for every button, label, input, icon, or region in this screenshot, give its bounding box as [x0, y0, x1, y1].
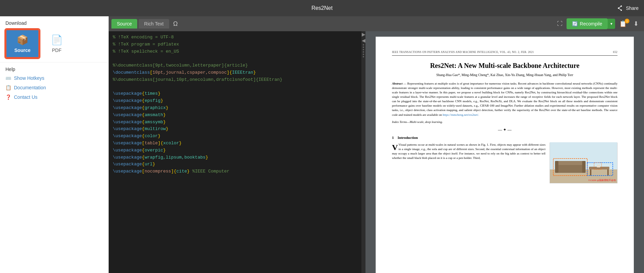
pdf-section1-title: 1 Introduction	[392, 135, 618, 140]
question-icon: ❓	[5, 94, 11, 100]
pdf-file-icon: 📄	[51, 34, 63, 46]
svg-line-3	[619, 6, 621, 8]
code-line: \usepackage{color}	[113, 133, 357, 140]
code-line: \documentclass[10pt,journal,cspaper,comp…	[113, 69, 357, 76]
editor-scrollbar[interactable]: ▶ ◀	[361, 31, 365, 273]
code-line: \usepackage[table]{xcolor}	[113, 140, 357, 147]
pdf-dropcap: V	[392, 143, 398, 151]
documentation-link[interactable]: 📋 Documentation	[5, 85, 103, 90]
pdf-page: IEEE TRANSACTIONS ON PATTERN ANALYSIS AN…	[376, 37, 634, 273]
room-scene-svg	[550, 142, 617, 183]
contact-us-link[interactable]: ❓ Contact Us	[5, 94, 103, 100]
code-line: \usepackage{wrapfig,lipsum,booktabs}	[113, 154, 357, 161]
download-label: Download	[5, 20, 103, 26]
code-line: % !TeX spellcheck = en_US	[113, 48, 357, 55]
scroll-dot	[363, 44, 364, 46]
svg-rect-14	[597, 165, 600, 167]
main-area: Download 📦 Source 📄 PDF Help ⌨️ Show Hot…	[0, 16, 644, 273]
recompile-label: Recompile	[580, 21, 602, 26]
pdf-abstract-link[interactable]: https://mmcheng.net/res2net/.	[443, 113, 479, 116]
share-button[interactable]: Share	[616, 5, 639, 12]
code-line: %\documentclass[journal,10pt,onecolumn,d…	[113, 76, 357, 84]
notification-badge[interactable]: 📋 1	[616, 20, 629, 28]
code-line: \usepackage{epsfig}	[113, 97, 357, 105]
top-bar-title: Res2Net	[311, 5, 333, 11]
share-label: Share	[626, 5, 639, 11]
doc-icon: 📋	[5, 85, 11, 90]
pdf-journal-header: IEEE TRANSACTIONS ON PATTERN ANALYSIS AN…	[392, 50, 618, 56]
sidebar: Download 📦 Source 📄 PDF Help ⌨️ Show Hot…	[0, 16, 109, 273]
scroll-dots	[363, 44, 364, 57]
svg-rect-12	[590, 169, 591, 176]
help-label: Help	[5, 67, 103, 72]
source-download-button[interactable]: 📦 Source	[5, 29, 39, 58]
svg-line-4	[619, 8, 621, 10]
keyboard-icon: ⌨️	[5, 75, 11, 81]
svg-rect-8	[555, 161, 586, 165]
code-line: % !TeX program = pdflatex	[113, 41, 357, 48]
scroll-dot	[363, 49, 364, 50]
code-line: \usepackage{overpic}	[113, 147, 357, 154]
code-editor[interactable]: % !TeX encoding = UTF-8 % !TeX program =…	[109, 31, 365, 273]
pdf-intro-body: Visual patterns occur at multi-scales in…	[392, 143, 545, 160]
documentation-label: Documentation	[14, 85, 46, 90]
pdf-panel: IEEE TRANSACTIONS ON PATTERN ANALYSIS AN…	[365, 31, 644, 273]
pdf-section1-num: 1	[392, 135, 394, 140]
scroll-forward-icon[interactable]: ▶	[362, 32, 365, 37]
omega-button[interactable]: Ω	[171, 19, 180, 29]
help-section: Help ⌨️ Show Hotkeys 📋 Documentation ❓ C…	[0, 62, 108, 104]
badge-count: 1	[625, 19, 629, 23]
pdf-abstract-label: Abstract	[392, 82, 402, 85]
pdf-download-button[interactable]: 📄 PDF	[45, 34, 69, 53]
show-hotkeys-label: Show Hotkeys	[14, 75, 44, 81]
recompile-button[interactable]: 🔄 Recompile	[567, 18, 608, 29]
code-line: \usepackage{url}	[113, 161, 357, 168]
scroll-dot	[363, 54, 364, 55]
code-line	[113, 55, 357, 62]
editor-pdf-area: Source Rich Text Ω ⛶ 🔄 Recompile ▾ 📋 1 ⬇	[109, 16, 644, 273]
code-line: % !TeX encoding = UTF-8	[113, 34, 357, 41]
code-line: \usepackage{times}	[113, 90, 357, 97]
code-line: \usepackage[nocompress]{cite} %IEEE Comp…	[113, 168, 357, 175]
pdf-divider: — ✦ —	[392, 127, 618, 133]
tab-source[interactable]: Source	[111, 19, 137, 29]
pdf-section1-label: Introduction	[398, 135, 418, 140]
download-section: Download 📦 Source 📄 PDF	[0, 16, 108, 62]
pdf-paper-title: Res2Net: A New Multi-scale Backbone Arch…	[392, 61, 618, 70]
contact-us-label: Contact Us	[14, 94, 37, 100]
download-icon-button[interactable]: ⬇	[631, 19, 641, 29]
scroll-dot	[363, 47, 364, 48]
scroll-back-icon[interactable]: ◀	[362, 38, 365, 43]
pdf-intro-image: ©CSDN @鼠标滑轮不会动	[550, 143, 618, 183]
show-hotkeys-link[interactable]: ⌨️ Show Hotkeys	[5, 75, 103, 81]
recompile-dropdown-button[interactable]: ▾	[608, 19, 615, 29]
download-options: 📦 Source 📄 PDF	[5, 29, 103, 58]
code-line: \usepackage{graphicx}	[113, 105, 357, 112]
pdf-image-content	[550, 143, 617, 183]
scroll-dot	[363, 56, 364, 57]
content-pane: % !TeX encoding = UTF-8 % !TeX program =…	[109, 31, 644, 273]
pdf-index-terms: Index Terms—Multi-scale, deep learning.	[392, 120, 618, 124]
toolbar: Source Rich Text Ω ⛶ 🔄 Recompile ▾ 📋 1 ⬇	[109, 16, 644, 31]
source-label: Source	[14, 48, 30, 53]
top-bar: Res2Net Share	[0, 0, 644, 16]
pdf-abstract-col: Abstract — Representing features at mult…	[392, 81, 618, 124]
code-line: \usepackage{amssymb}	[113, 119, 357, 126]
help-links: ⌨️ Show Hotkeys 📋 Documentation ❓ Contac…	[5, 75, 103, 100]
pdf-label: PDF	[52, 48, 61, 53]
pdf-abstract-section: Abstract — Representing features at mult…	[392, 81, 618, 124]
code-line: %\documentclass[9pt,twocolumn,letterpape…	[113, 62, 357, 69]
code-content[interactable]: % !TeX encoding = UTF-8 % !TeX program =…	[109, 31, 361, 273]
svg-rect-9	[555, 161, 558, 173]
pdf-page-number: 652	[613, 50, 618, 54]
recompile-group: 🔄 Recompile ▾	[567, 18, 615, 29]
code-line: \usepackage{amsmath}	[113, 112, 357, 119]
svg-rect-10	[582, 161, 586, 173]
tab-richtext[interactable]: Rich Text	[139, 19, 169, 29]
svg-rect-13	[607, 169, 609, 176]
expand-icon[interactable]: ⛶	[554, 19, 565, 28]
pdf-intro-bottom: V Visual patterns occur at multi-scales …	[392, 143, 618, 183]
scroll-dot	[363, 51, 364, 53]
code-line: \usepackage{multirow}	[113, 126, 357, 133]
code-line	[113, 84, 357, 91]
